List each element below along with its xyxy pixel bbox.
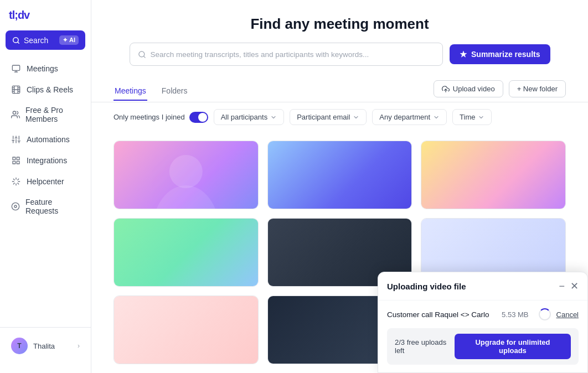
meeting-thumb-1 xyxy=(114,141,258,209)
sidebar-item-integrations[interactable]: Integrations xyxy=(6,151,85,170)
upload-panel: Uploading video file − ✕ Customer call R… xyxy=(378,272,588,373)
svg-point-35 xyxy=(12,203,19,210)
svg-line-34 xyxy=(18,179,19,180)
chevron-down-icon xyxy=(270,114,277,121)
users-icon xyxy=(11,110,20,120)
app-logo: tl;dv xyxy=(0,9,91,30)
all-participants-label: All participants xyxy=(221,113,268,121)
meeting-card-7[interactable] xyxy=(114,296,259,364)
upload-close-button[interactable]: ✕ xyxy=(570,280,579,292)
sidebar-bottom: T Thalita › xyxy=(0,327,91,364)
sidebar-item-clips[interactable]: Clips & Reels xyxy=(6,80,85,100)
svg-rect-25 xyxy=(17,161,19,164)
any-department-dropdown[interactable]: Any department xyxy=(372,109,447,125)
upload-file-row: Customer call Raquel <> Carlo 5.53 MB Ca… xyxy=(387,308,579,320)
search-button[interactable]: Search ✦ AI xyxy=(6,30,85,50)
tabs-right: Upload video + New folder xyxy=(434,80,566,102)
time-label: Time xyxy=(460,113,475,121)
svg-point-13 xyxy=(13,111,16,114)
sparkle-icon xyxy=(460,50,467,58)
svg-rect-23 xyxy=(13,157,16,160)
meeting-card-3[interactable]: Customer Call 12/12/22 44min 47s xyxy=(421,141,566,209)
sidebar-item-feature-requests-label: Feature Requests xyxy=(25,198,80,215)
sidebar-item-clips-label: Clips & Reels xyxy=(27,85,73,94)
avatar: T xyxy=(11,338,28,354)
upload-title: Uploading video file xyxy=(387,282,466,291)
bulb-icon xyxy=(11,177,21,186)
search-icon xyxy=(12,37,20,44)
meeting-thumb-4 xyxy=(114,219,258,287)
search-input-wrap xyxy=(130,43,443,66)
chevron-down-icon xyxy=(353,114,359,121)
sidebar-item-automations[interactable]: Automations xyxy=(6,129,85,149)
upload-header: Uploading video file − ✕ xyxy=(378,272,587,301)
svg-rect-26 xyxy=(13,161,16,164)
page-title: Find any meeting moment xyxy=(114,15,566,33)
sidebar-item-members-label: Free & Pro Members xyxy=(25,106,80,123)
svg-rect-24 xyxy=(17,157,19,160)
sidebar-item-automations-label: Automations xyxy=(27,135,70,144)
tabs-row: Meetings Folders Upload video + New fold… xyxy=(91,75,588,102)
sidebar-item-members[interactable]: Free & Pro Members xyxy=(6,101,85,128)
search-label: Search xyxy=(24,36,48,45)
search-input[interactable] xyxy=(151,50,435,59)
new-folder-button[interactable]: + New folder xyxy=(509,80,566,97)
ai-badge: ✦ AI xyxy=(59,35,79,45)
upload-icon xyxy=(442,85,450,93)
any-department-label: Any department xyxy=(379,113,430,121)
sidebar-item-helpcenter-label: Helpcenter xyxy=(27,177,64,186)
upload-cancel-button[interactable]: Cancel xyxy=(556,310,579,319)
search-icon xyxy=(138,50,146,59)
tab-meetings[interactable]: Meetings xyxy=(114,82,147,101)
svg-rect-2 xyxy=(12,65,19,70)
chevron-down-icon xyxy=(478,114,484,121)
tabs-left: Meetings Folders xyxy=(114,82,189,100)
uploads-left-label: 2/3 free uploads left xyxy=(395,338,455,355)
time-dropdown[interactable]: Time xyxy=(452,109,492,125)
tab-folders[interactable]: Folders xyxy=(161,82,189,101)
sidebar-item-meetings-label: Meetings xyxy=(27,64,58,73)
meeting-card-4[interactable]: Retro session 12/12/22 44min 47s xyxy=(114,218,259,287)
summarize-button[interactable]: Summarize results xyxy=(450,44,550,64)
upload-minimize-button[interactable]: − xyxy=(559,281,565,292)
sidebar: tl;dv Search ✦ AI Meetings Clips & Reels xyxy=(0,0,91,373)
all-participants-dropdown[interactable]: All participants xyxy=(214,109,285,125)
upload-body: Customer call Raquel <> Carlo 5.53 MB Ca… xyxy=(378,301,587,372)
summarize-label: Summarize results xyxy=(471,50,540,59)
upload-controls: − ✕ xyxy=(559,280,579,292)
grid-icon xyxy=(11,156,21,165)
participant-email-dropdown[interactable]: Participant email xyxy=(290,109,367,125)
sidebar-item-meetings[interactable]: Meetings xyxy=(6,59,85,79)
meeting-card-1[interactable]: Design sync 12/12/22 44min 47s xyxy=(114,141,259,209)
upload-video-button[interactable]: Upload video xyxy=(434,80,503,97)
upload-spinner xyxy=(539,308,551,320)
upload-footer: 2/3 free uploads left Upgrade for unlimi… xyxy=(387,328,579,365)
meeting-thumb-7 xyxy=(114,296,258,364)
svg-point-40 xyxy=(153,185,219,209)
user-name: Thalita xyxy=(33,342,72,350)
only-joined-label: Only meetings I joined xyxy=(114,113,185,121)
sidebar-item-helpcenter[interactable]: Helpcenter xyxy=(6,172,85,191)
user-profile-row[interactable]: T Thalita › xyxy=(6,333,85,359)
main-content: Find any meeting moment Summarize result… xyxy=(91,0,588,373)
chevron-down-icon xyxy=(433,114,440,121)
sidebar-item-feature-requests[interactable]: Feature Requests xyxy=(6,193,85,220)
only-joined-toggle[interactable] xyxy=(189,112,208,123)
meeting-thumb-2 xyxy=(268,141,412,209)
participant-email-label: Participant email xyxy=(297,113,350,121)
svg-line-30 xyxy=(18,183,19,184)
sidebar-nav: Meetings Clips & Reels Free & Pro Member… xyxy=(0,59,91,323)
search-bar-row: Summarize results xyxy=(130,43,550,66)
monitor-icon xyxy=(11,64,21,74)
main-header: Find any meeting moment Summarize result… xyxy=(91,0,588,75)
meeting-card-2[interactable]: Sprint Planning 12/12/22 44min 47s xyxy=(267,141,412,209)
svg-line-1 xyxy=(18,42,19,43)
sidebar-item-integrations-label: Integrations xyxy=(27,156,67,165)
svg-line-33 xyxy=(13,183,14,184)
sliders-icon xyxy=(11,134,21,144)
upload-video-label: Upload video xyxy=(453,85,495,93)
svg-point-36 xyxy=(14,205,17,208)
only-joined-filter: Only meetings I joined xyxy=(114,112,208,123)
upgrade-button[interactable]: Upgrade for unlimited uploads xyxy=(455,334,571,359)
chevron-right-icon: › xyxy=(78,342,80,350)
